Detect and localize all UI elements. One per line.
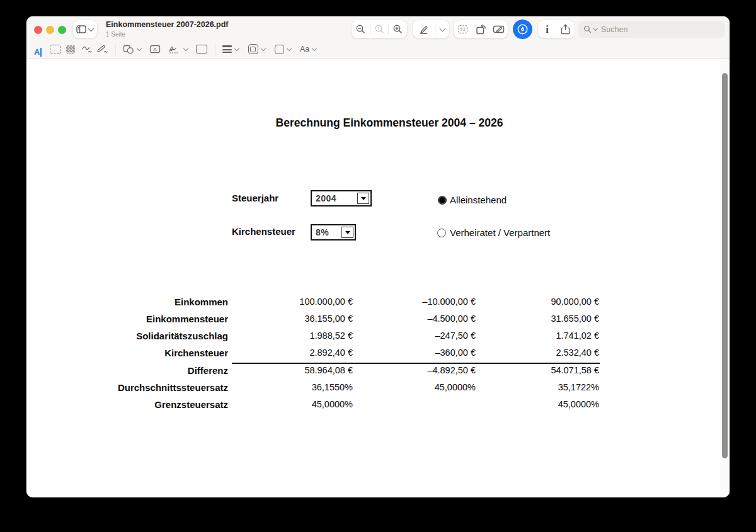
- tax-year-value: 2004: [316, 193, 336, 203]
- sketch-tool-button[interactable]: [81, 42, 93, 57]
- pen-style-dropdown[interactable]: [435, 20, 449, 38]
- shapes-tool-button[interactable]: [123, 42, 141, 57]
- row-col1: 36,1550%: [312, 382, 353, 392]
- pdf-page: Berechnung Einkommensteuer 2004 – 2026 S…: [26, 59, 730, 497]
- row-col3: 2.532,40 €: [556, 348, 599, 358]
- row-label: Einkommen: [175, 297, 228, 307]
- title-bar: Einkommensteuer 2007-2026.pdf 1 Seite 1: [26, 16, 730, 59]
- rectangular-selection-button[interactable]: [50, 42, 60, 57]
- chevron-down-icon: [312, 46, 317, 51]
- svg-text:A: A: [153, 47, 157, 52]
- table-row: Kirchensteuer 2.892,40 € –360,00 € 2.532…: [26, 348, 730, 361]
- scrollbar-thumb[interactable]: [722, 73, 728, 458]
- dropdown-arrow-button[interactable]: [357, 193, 369, 204]
- fill-color-icon: [275, 45, 284, 54]
- info-icon: i: [546, 24, 548, 35]
- row-col1: 1.988,52 €: [309, 331, 353, 341]
- zoom-out-button[interactable]: [352, 20, 370, 38]
- rotate-button[interactable]: [472, 20, 490, 38]
- traffic-lights: [34, 26, 66, 34]
- search-field[interactable]: [578, 21, 725, 38]
- dropdown-arrow-button[interactable]: [341, 227, 353, 238]
- radio-single-label: Alleinstehend: [450, 195, 507, 205]
- row-col1: 36.155,00 €: [304, 314, 353, 324]
- fill-color-button[interactable]: [275, 42, 291, 57]
- border-color-button[interactable]: [248, 42, 265, 57]
- table-row: Solidaritätszuschlag 1.988,52 € –247,50 …: [26, 331, 730, 344]
- redact-tool-button[interactable]: [66, 42, 75, 57]
- search-icon: [583, 25, 592, 33]
- chevron-down-icon: [183, 46, 188, 51]
- text-cursor-icon: [40, 48, 42, 57]
- tax-year-label: Steuerjahr: [232, 193, 278, 203]
- close-window-button[interactable]: [34, 26, 42, 34]
- text-selection-tool-button[interactable]: A: [34, 42, 42, 57]
- radio-single[interactable]: [438, 196, 447, 205]
- markup-toolbar: A A: [33, 42, 316, 57]
- row-col1: 2.892,40 €: [309, 348, 353, 358]
- row-label: Grenzsteuersatz: [154, 399, 228, 410]
- zoom-in-button[interactable]: [389, 20, 407, 38]
- text-style-icon: Aa: [300, 45, 309, 54]
- radio-married[interactable]: [437, 229, 446, 237]
- line-style-button[interactable]: [222, 42, 239, 57]
- row-col3: 35,1722%: [558, 382, 599, 392]
- redact-button[interactable]: [454, 20, 472, 38]
- row-col2: –360,00 €: [435, 348, 476, 358]
- show-markup-toolbar-button[interactable]: [490, 20, 508, 38]
- text-box-icon: A: [149, 45, 161, 54]
- row-label: Durchschnittssteuersatz: [118, 382, 228, 393]
- zoom-controls: 1: [352, 20, 407, 38]
- text-style-button[interactable]: Aa: [300, 42, 316, 57]
- table-row: Durchschnittssteuersatz 36,1550% 45,0000…: [26, 382, 730, 396]
- search-input[interactable]: [600, 25, 697, 35]
- row-col1: 58.964,08 €: [304, 365, 353, 375]
- preview-window: Einkommensteuer 2007-2026.pdf 1 Seite 1: [26, 16, 730, 497]
- share-button[interactable]: [556, 20, 575, 38]
- row-col3: 1.741,02 €: [556, 331, 599, 341]
- table-row: Grenzsteuersatz 45,0000% 45,0000%: [26, 399, 730, 413]
- document-tools: [454, 20, 508, 38]
- row-col3: 31.655,00 €: [551, 314, 599, 324]
- chevron-down-icon: [137, 46, 142, 51]
- pencil-tool-button[interactable]: [413, 20, 435, 38]
- row-col2: –4.500,00 €: [427, 314, 476, 324]
- zoom-actual-size-button[interactable]: 1: [370, 20, 389, 38]
- divider: [215, 44, 215, 55]
- markup-mode-button[interactable]: [513, 20, 532, 39]
- draw-tool-button[interactable]: [97, 42, 108, 57]
- share-icon: [561, 24, 570, 35]
- zoom-window-button[interactable]: [58, 26, 66, 34]
- markup-toolbar-icon: [493, 25, 505, 34]
- text-box-tool-button[interactable]: A: [149, 42, 161, 57]
- chevron-down-icon: [234, 46, 239, 51]
- sidebar-icon: [73, 20, 89, 38]
- row-col2: –4.892,50 €: [427, 365, 476, 375]
- tax-year-dropdown[interactable]: 2004: [311, 190, 372, 207]
- church-tax-dropdown[interactable]: 8%: [311, 224, 356, 241]
- document-title-block: Einkommensteuer 2007-2026.pdf 1 Seite: [106, 21, 229, 38]
- sidebar-toggle-button[interactable]: [73, 20, 97, 38]
- info-button[interactable]: i: [538, 20, 556, 38]
- signature-tool-button[interactable]: [168, 42, 188, 57]
- note-tool-button[interactable]: [196, 42, 207, 57]
- row-label: Solidaritätszuschlag: [136, 331, 228, 341]
- border-color-icon: [248, 44, 258, 54]
- row-col2: –247,50 €: [435, 331, 476, 341]
- markup-pen-control: [413, 20, 449, 38]
- row-label: Differenz: [188, 365, 228, 376]
- row-col2: –10.000,00 €: [422, 297, 476, 307]
- line-thickness-icon: [222, 45, 232, 52]
- search-scope-chevron-icon[interactable]: [593, 26, 598, 30]
- church-tax-value: 8%: [316, 227, 329, 237]
- chevron-down-icon: [439, 25, 445, 31]
- text-selection-icon: A: [34, 47, 40, 57]
- pixelate-icon: [66, 45, 75, 54]
- table-row: Differenz 58.964,08 € –4.892,50 € 54.071…: [26, 365, 730, 379]
- markup-pen-icon: [517, 23, 529, 35]
- minimize-window-button[interactable]: [46, 26, 54, 34]
- row-col1: 100.000,00 €: [299, 297, 353, 307]
- radio-married-label: Verheiratet / Verpartnert: [450, 227, 550, 238]
- zoom-level-label: 1: [377, 26, 380, 31]
- row-label: Einkommensteuer: [146, 314, 228, 324]
